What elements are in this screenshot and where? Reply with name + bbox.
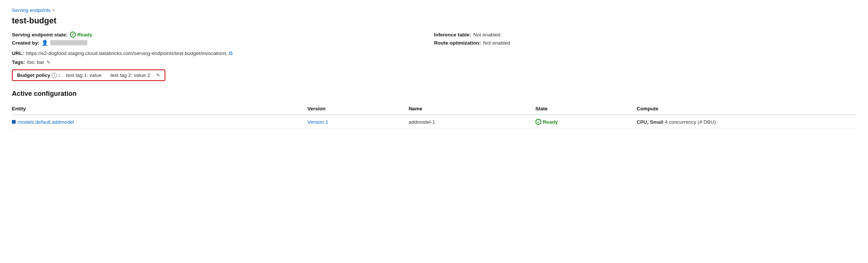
entity-link[interactable]: models.default.addmodel	[12, 119, 303, 125]
active-config-section: Active configuration Entity Version Name…	[12, 90, 856, 129]
breadcrumb-link[interactable]: Serving endpoints	[12, 7, 51, 13]
route-optimization-row: Route optimization: Not enabled	[434, 40, 856, 46]
endpoint-state-value: ✓ Ready	[70, 32, 93, 38]
col-header-version: Version	[307, 103, 409, 115]
compute-rest-text: 4 concurrency (4 DBU)	[663, 119, 716, 125]
page-title: test-budget	[12, 16, 856, 26]
endpoint-state-row: Serving endpoint state: ✓ Ready	[12, 32, 434, 38]
copy-icon[interactable]: ⧉	[229, 50, 233, 56]
route-optimization-label: Route optimization:	[434, 40, 481, 46]
row-check-circle-icon: ✓	[535, 119, 541, 125]
endpoint-state-label: Serving endpoint state:	[12, 32, 68, 38]
table-cell-version: Version 1	[307, 115, 409, 129]
table-cell-entity: models.default.addmodel	[12, 115, 307, 129]
budget-tag2: test tag 2: value 2	[107, 72, 153, 78]
row-state-value: ✓ Ready	[535, 119, 632, 125]
compute-bold-text: CPU, Small	[637, 119, 663, 125]
route-optimization-value: Not enabled	[483, 40, 510, 46]
col-header-compute: Compute	[637, 103, 856, 115]
breadcrumb: Serving endpoints >	[12, 7, 856, 13]
table-row: models.default.addmodel Version 1 addmod…	[12, 115, 856, 129]
url-row: URL: https://e2-dogfood.staging.cloud.da…	[12, 50, 856, 56]
col-header-name: Name	[409, 103, 535, 115]
budget-policy-edit-icon[interactable]: ✎	[156, 72, 160, 78]
budget-info-icon[interactable]: i	[52, 73, 57, 78]
url-label: URL:	[12, 51, 24, 56]
budget-tag1: test tag 1: value	[63, 72, 104, 78]
version-link[interactable]: Version 1	[307, 119, 328, 125]
tags-edit-icon[interactable]: ✎	[46, 59, 51, 65]
table-cell-state: ✓ Ready	[535, 115, 637, 129]
inference-table-label: Inference table:	[434, 32, 471, 38]
table-header-row: Entity Version Name State Compute	[12, 103, 856, 115]
budget-policy-label: Budget policy i :	[17, 72, 60, 78]
inference-table-value: Not enabled	[473, 32, 501, 38]
entity-link-text: models.default.addmodel	[18, 119, 74, 125]
tags-label: Tags:	[12, 59, 25, 65]
user-icon: 👤	[42, 40, 48, 46]
meta-grid: Serving endpoint state: ✓ Ready Inferenc…	[12, 32, 856, 46]
breadcrumb-separator: >	[52, 7, 55, 13]
created-by-label: Created by:	[12, 40, 39, 46]
inference-table-row: Inference table: Not enabled	[434, 32, 856, 38]
active-config-title: Active configuration	[12, 90, 856, 98]
config-table: Entity Version Name State Compute models…	[12, 103, 856, 129]
col-header-state: State	[535, 103, 637, 115]
check-circle-icon: ✓	[70, 32, 76, 38]
budget-policy-box: Budget policy i : test tag 1: value test…	[12, 69, 165, 81]
tags-row: Tags: foo: bar ✎	[12, 59, 856, 65]
table-cell-name: addmodel-1	[409, 115, 535, 129]
url-value: https://e2-dogfood.staging.cloud.databri…	[26, 51, 227, 56]
created-by-redacted	[50, 40, 87, 45]
created-by-row: Created by: 👤	[12, 40, 434, 46]
entity-square-icon	[12, 120, 16, 124]
col-header-entity: Entity	[12, 103, 307, 115]
table-cell-compute: CPU, Small 4 concurrency (4 DBU)	[637, 115, 856, 129]
tags-value: foo: bar	[27, 59, 44, 65]
